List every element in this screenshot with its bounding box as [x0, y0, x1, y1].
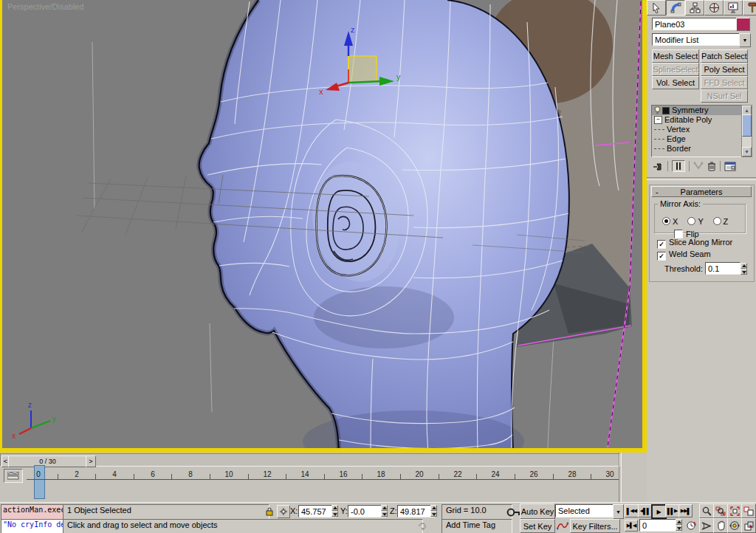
y-spinner[interactable]	[381, 505, 388, 517]
modifier-list-arrow[interactable]: ▼	[739, 33, 751, 47]
pin-stack-icon[interactable]	[653, 162, 664, 171]
parameters-rollout-header[interactable]: - Parameters	[651, 186, 752, 197]
show-end-result-icon[interactable]	[672, 160, 685, 172]
field-of-view-button[interactable]	[699, 518, 714, 533]
status-bar: actionMan.exec "No cryInfo de 1 Object S…	[0, 502, 756, 533]
auto-key-button[interactable]: Auto Key	[520, 503, 555, 519]
tick-28: 28	[568, 470, 576, 478]
slice-along-mirror-checkbox[interactable]: ✓Slice Along Mirror	[657, 238, 732, 249]
key-mode-toggle-button[interactable]: ▶▌◀	[625, 520, 638, 532]
tab-motion[interactable]	[704, 0, 724, 16]
perspective-viewport[interactable]: z y x z y x Perspective/Disabled	[0, 0, 648, 453]
trackbar-ruler[interactable]	[27, 479, 619, 480]
zoom-extents-button[interactable]	[727, 503, 742, 518]
configure-modifier-sets-icon[interactable]	[724, 162, 736, 171]
tab-create[interactable]	[647, 0, 666, 16]
time-slider-next-button[interactable]: >	[86, 455, 96, 467]
tab-hierarchy[interactable]	[685, 0, 704, 16]
y-coord-label: Y:	[340, 506, 348, 515]
remove-modifier-icon[interactable]	[707, 162, 716, 171]
tick-12: 12	[263, 470, 271, 478]
modifier-list-dropdown[interactable]: Modifier List	[652, 33, 745, 46]
tick-6: 6	[151, 470, 155, 478]
stack-item-editable-poly[interactable]: − Editable Poly	[652, 115, 742, 125]
z-spinner[interactable]	[430, 505, 437, 517]
next-frame-button[interactable]: ▌▌▶	[665, 504, 679, 517]
scroll-down-arrow[interactable]: ▼	[742, 147, 752, 157]
zoom-button[interactable]	[699, 503, 714, 518]
previous-frame-button[interactable]: ◀▌▌	[638, 504, 652, 517]
stack-item-border[interactable]: Border	[652, 144, 742, 154]
current-frame-field[interactable]: 0	[639, 519, 681, 532]
head-model[interactable]	[199, 0, 569, 448]
frame-spinner[interactable]	[676, 519, 682, 531]
vol-select-button[interactable]: Vol. Select	[652, 76, 699, 89]
mirror-axis-group: Mirror Axis: X Y Z Flip	[654, 199, 746, 233]
radio-y[interactable]: Y	[687, 217, 703, 226]
world-z-label: z	[28, 401, 32, 409]
poly-select-button[interactable]: Poly Select	[701, 63, 748, 76]
maxscript-listener-line2[interactable]: "No cryInfo de	[1, 519, 64, 533]
stack-scrollbar[interactable]: ▲ ▼	[741, 105, 752, 157]
min-max-toggle-button[interactable]	[741, 518, 756, 533]
time-slider-handle[interactable]: 0 / 30	[8, 455, 87, 467]
pan-button[interactable]	[713, 518, 728, 533]
patch-select-button[interactable]: Patch Select	[701, 49, 748, 63]
key-mode-dropdown-arrow[interactable]: ▼	[613, 504, 624, 519]
empty-select-slot	[652, 89, 698, 101]
radio-z[interactable]: Z	[713, 217, 729, 226]
mini-curve-editor-button[interactable]	[4, 469, 23, 483]
maxscript-listener-line1[interactable]: actionMan.exec	[1, 504, 64, 520]
stack-item-edge[interactable]: Edge	[652, 134, 742, 144]
3ds-max-window: z y x z y x Perspective/Disabled <	[0, 0, 756, 533]
tick-26: 26	[529, 470, 537, 478]
modifier-stack[interactable]: Symmetry − Editable Poly Vertex Edge Bor…	[651, 105, 743, 157]
time-configuration-button[interactable]	[685, 520, 697, 532]
default-tangents-icon[interactable]	[557, 520, 568, 531]
stack-item-vertex[interactable]: Vertex	[652, 125, 742, 134]
selection-lock-toggle[interactable]	[264, 505, 275, 517]
absolute-mode-button[interactable]	[277, 505, 290, 518]
tab-modify[interactable]	[666, 0, 685, 16]
x-spinner[interactable]	[331, 505, 338, 517]
threshold-spinner[interactable]	[740, 263, 747, 275]
add-time-tag-button[interactable]: Add Time Tag	[441, 519, 512, 533]
mesh-select-button[interactable]: Mesh Select	[652, 49, 699, 63]
go-to-end-button[interactable]: ▶▶▌	[678, 504, 693, 517]
tick-16: 16	[339, 470, 347, 478]
play-button[interactable]: ▶	[651, 504, 667, 519]
nsurf-select-button: NSurf Sel	[701, 89, 748, 103]
stack-item-symmetry[interactable]: Symmetry	[652, 106, 742, 115]
go-to-start-button[interactable]: ▌◀◀	[625, 504, 639, 517]
time-slider-track[interactable]: < 0 / 30 >	[0, 453, 620, 467]
collapse-box-icon[interactable]: −	[654, 116, 662, 124]
key-mode-dropdown[interactable]: Selected	[555, 504, 617, 517]
threshold-field[interactable]: 0.1	[705, 262, 740, 275]
prompt-line: Click and drag to select and move object…	[63, 519, 423, 533]
set-key-button[interactable]: Set Key	[520, 519, 555, 533]
grid-size-field: Grid = 10.0	[441, 504, 512, 520]
zoom-all-button[interactable]	[713, 503, 728, 518]
magnifier-all-icon	[715, 506, 726, 516]
tab-utilities[interactable]	[743, 0, 756, 16]
world-x-label: x	[12, 432, 16, 440]
zoom-extents-all-button[interactable]	[741, 503, 756, 518]
key-filters-button[interactable]: Key Filters...	[570, 519, 620, 533]
arc-rotate-button[interactable]	[727, 518, 742, 533]
viewport-label[interactable]: Perspective/Disabled	[7, 2, 83, 11]
world-axis-tripod: z y x	[12, 401, 56, 440]
radio-x[interactable]: X	[662, 217, 678, 226]
object-color-swatch[interactable]	[736, 18, 750, 31]
viewport-scene[interactable]: z y x z y x	[2, 0, 642, 448]
rollout-collapse-sign[interactable]: -	[656, 188, 659, 196]
scroll-thumb[interactable]	[742, 114, 752, 137]
object-name-field[interactable]: Plane03	[652, 18, 738, 30]
tab-display[interactable]	[724, 0, 743, 16]
magnifier-icon	[702, 506, 712, 516]
tick-30: 30	[605, 470, 614, 478]
selection-status-field: 1 Object Selected	[63, 504, 269, 520]
bulb-icon[interactable]	[654, 106, 661, 114]
viewport-canvas[interactable]: z y x z y x Perspective/Disabled	[2, 0, 642, 448]
weld-seam-checkbox[interactable]: ✓Weld Seam	[657, 250, 711, 261]
tick-14: 14	[300, 470, 309, 478]
